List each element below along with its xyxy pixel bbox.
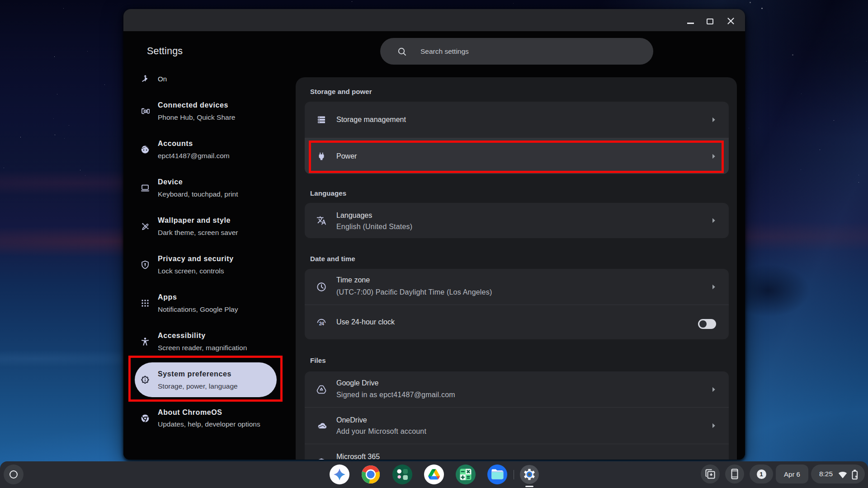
svg-text:24: 24 [319,321,324,326]
